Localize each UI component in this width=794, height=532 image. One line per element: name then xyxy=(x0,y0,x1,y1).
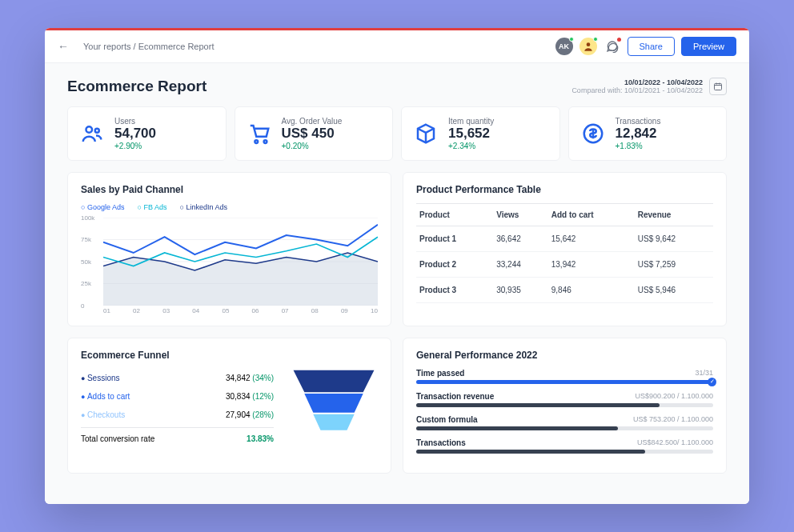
share-button[interactable]: Share xyxy=(628,37,675,56)
svg-marker-14 xyxy=(304,394,363,413)
date-range-main: 10/01/2022 - 10/04/2022 xyxy=(571,78,703,86)
page-title: Ecommerce Report xyxy=(67,78,207,95)
svg-point-0 xyxy=(586,42,590,46)
col-header[interactable]: Revenue xyxy=(635,203,713,226)
perf-row: Time passed31/31✓ xyxy=(416,369,713,384)
kpi-label: Avg. Order Value xyxy=(282,117,343,126)
perf-value: US$842.500/ 1.100.000 xyxy=(637,438,713,447)
legend-item[interactable]: FB Ads xyxy=(137,203,166,211)
presence-dot-icon xyxy=(569,37,574,42)
funnel-row: Checkouts27,904 (28%) xyxy=(81,406,274,424)
person-icon xyxy=(583,41,594,52)
avatar-user-1[interactable]: AK xyxy=(555,38,573,55)
table-cell: 36,642 xyxy=(493,226,548,251)
app-window: ← Your reports / Ecommerce Report AK Sha… xyxy=(45,28,749,504)
kpi-row: Users 54,700 +2.90% Avg. Order Value US$… xyxy=(67,106,727,161)
x-tick: 07 xyxy=(282,307,289,314)
funnel-chart xyxy=(290,369,378,448)
date-range[interactable]: 10/01/2022 - 10/04/2022 Compared with: 1… xyxy=(571,78,727,95)
kpi-transactions[interactable]: Transactions 12,842 +1.83% xyxy=(568,106,728,161)
svg-point-6 xyxy=(263,140,267,143)
table-row[interactable]: Product 233,24413,942US$ 7,259 xyxy=(416,251,713,277)
x-axis: 01020304050607080910 xyxy=(81,307,378,314)
funnel-row: Sessions34,842 (34%) xyxy=(81,369,274,387)
chart-legend: Google Ads FB Ads LinkedIn Ads xyxy=(81,203,378,211)
table-row[interactable]: Product 136,64215,642US$ 9,642 xyxy=(416,226,713,251)
funnel-value: 30,834 (12%) xyxy=(226,392,274,401)
x-tick: 08 xyxy=(311,307,319,314)
kpi-users[interactable]: Users 54,700 +2.90% xyxy=(67,106,227,161)
funnel-label: Checkouts xyxy=(81,410,125,419)
legend-item[interactable]: LinkedIn Ads xyxy=(179,203,227,211)
col-header[interactable]: Add to cart xyxy=(548,203,635,226)
sales-line-chart[interactable]: 100k 75k 50k 25k 0 xyxy=(81,218,378,306)
kpi-items[interactable]: Item quantity 15,652 +2.34% xyxy=(401,106,560,161)
table-row[interactable]: Product 330,9359,846US$ 5,946 xyxy=(416,277,713,302)
avatar-user-2[interactable] xyxy=(579,38,597,55)
table-cell: 13,942 xyxy=(548,251,635,277)
table-cell: 33,244 xyxy=(493,251,548,277)
x-tick: 05 xyxy=(222,307,229,314)
card-title: Product Performance Table xyxy=(416,184,713,195)
kpi-label: Item quantity xyxy=(448,117,494,126)
total-label: Total conversion rate xyxy=(81,434,154,443)
svg-point-3 xyxy=(86,126,93,133)
kpi-delta: +1.83% xyxy=(616,142,661,150)
calendar-icon xyxy=(713,82,723,91)
perf-row: Transaction revenueUS$900.200 / 1.100.00… xyxy=(416,392,713,407)
check-icon: ✓ xyxy=(708,378,716,386)
sales-chart-card: Sales by Paid Channel Google Ads FB Ads … xyxy=(67,172,391,326)
chat-button[interactable] xyxy=(604,38,621,55)
chat-icon xyxy=(606,40,619,53)
kpi-label: Transactions xyxy=(616,117,661,126)
kpi-aov[interactable]: Avg. Order Value US$ 450 +0.20% xyxy=(235,106,394,161)
kpi-value: 54,700 xyxy=(114,126,156,142)
funnel-total: Total conversion rate13.83% xyxy=(81,427,274,443)
report-body: Ecommerce Report 10/01/2022 - 10/04/2022… xyxy=(45,63,749,504)
x-tick: 01 xyxy=(103,307,110,314)
perf-label: Transactions xyxy=(416,438,466,447)
table-cell: 15,642 xyxy=(548,226,635,251)
kpi-delta: +0.20% xyxy=(282,142,343,150)
x-tick: 02 xyxy=(133,307,140,314)
col-header[interactable]: Views xyxy=(493,203,548,226)
y-tick: 100k xyxy=(81,214,94,221)
dollar-icon xyxy=(580,121,606,146)
table-cell: US$ 7,259 xyxy=(635,251,713,277)
chart-svg xyxy=(103,218,378,306)
funnel-value: 27,904 (28%) xyxy=(226,410,274,419)
cart-icon xyxy=(247,121,272,146)
x-tick: 10 xyxy=(371,307,378,314)
x-tick: 09 xyxy=(341,307,348,314)
y-tick: 75k xyxy=(81,236,91,243)
perf-label: Time passed xyxy=(416,369,464,378)
perf-row: TransactionsUS$842.500/ 1.100.000 xyxy=(416,438,713,454)
performance-card: General Performance 2022 Time passed31/3… xyxy=(403,338,727,474)
kpi-value: 12,842 xyxy=(616,126,661,142)
table-cell: Product 3 xyxy=(416,277,493,302)
table-cell: Product 2 xyxy=(416,251,493,277)
breadcrumb[interactable]: Your reports / Ecommerce Report xyxy=(83,42,214,51)
funnel-list: Sessions34,842 (34%)Adds to cart30,834 (… xyxy=(81,369,274,448)
product-table-card: Product Performance Table Product Views … xyxy=(403,172,727,326)
funnel-card: Ecommerce Funnel Sessions34,842 (34%)Add… xyxy=(67,338,391,474)
perf-label: Transaction revenue xyxy=(416,392,494,401)
perf-value: 31/31 xyxy=(695,369,713,378)
users-icon xyxy=(79,121,105,146)
legend-item[interactable]: Google Ads xyxy=(81,203,124,211)
progress-bar xyxy=(416,426,713,430)
back-button[interactable]: ← xyxy=(58,40,69,53)
card-title: General Performance 2022 xyxy=(416,350,713,361)
x-tick: 06 xyxy=(252,307,259,314)
progress-bar: ✓ xyxy=(416,380,713,384)
col-header[interactable]: Product xyxy=(416,203,493,226)
preview-button[interactable]: Preview xyxy=(681,37,736,56)
card-title: Ecommerce Funnel xyxy=(81,350,378,361)
perf-row: Custom formulaUS$ 753.200 / 1.100.000 xyxy=(416,415,713,430)
progress-bar xyxy=(416,450,713,454)
header: ← Your reports / Ecommerce Report AK Sha… xyxy=(45,30,749,63)
calendar-button[interactable] xyxy=(709,78,727,95)
table-cell: US$ 9,642 xyxy=(635,226,713,251)
svg-point-5 xyxy=(255,140,258,143)
perf-value: US$ 753.200 / 1.100.000 xyxy=(633,415,713,424)
